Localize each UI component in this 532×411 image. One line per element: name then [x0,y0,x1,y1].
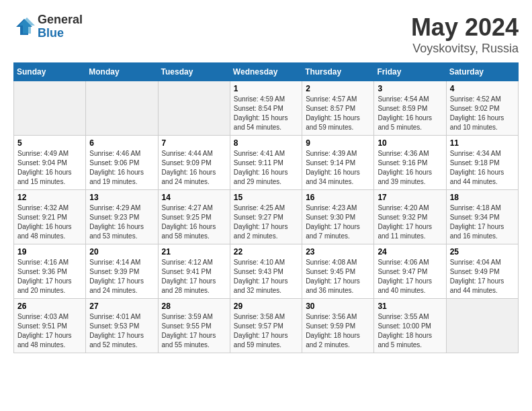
day-info: Sunrise: 4:16 AM Sunset: 9:36 PM Dayligh… [17,258,82,295]
day-number: 19 [17,247,82,257]
calendar-cell: 21Sunrise: 4:12 AM Sunset: 9:41 PM Dayli… [158,244,230,299]
day-info: Sunrise: 3:59 AM Sunset: 9:55 PM Dayligh… [162,312,226,350]
calendar-cell: 23Sunrise: 4:08 AM Sunset: 9:45 PM Dayli… [302,244,374,299]
header-day-wednesday: Wednesday [230,63,302,81]
calendar-cell: 4Sunrise: 4:52 AM Sunset: 9:02 PM Daylig… [446,81,518,136]
calendar-body: 1Sunrise: 4:59 AM Sunset: 8:54 PM Daylig… [14,81,519,353]
calendar-cell: 29Sunrise: 3:58 AM Sunset: 9:57 PM Dayli… [230,299,302,353]
logo-general: General [38,13,83,27]
day-number: 1 [234,84,298,93]
day-number: 5 [17,138,82,148]
week-row-3: 12Sunrise: 4:32 AM Sunset: 9:21 PM Dayli… [14,190,519,244]
day-info: Sunrise: 4:23 AM Sunset: 9:30 PM Dayligh… [306,203,370,241]
calendar-cell: 25Sunrise: 4:04 AM Sunset: 9:49 PM Dayli… [446,244,518,299]
calendar-cell: 22Sunrise: 4:10 AM Sunset: 9:43 PM Dayli… [230,244,302,299]
day-number: 7 [162,138,226,148]
calendar-cell: 20Sunrise: 4:14 AM Sunset: 9:39 PM Dayli… [86,244,158,299]
calendar-cell: 2Sunrise: 4:57 AM Sunset: 8:57 PM Daylig… [302,81,374,136]
day-info: Sunrise: 4:36 AM Sunset: 9:16 PM Dayligh… [378,149,442,187]
week-row-5: 26Sunrise: 4:03 AM Sunset: 9:51 PM Dayli… [14,299,519,353]
header-day-friday: Friday [374,63,446,81]
page-header: General Blue May 2024 Voyskovitsy, Russi… [13,13,519,56]
day-number: 27 [89,302,154,311]
day-number: 6 [89,138,154,148]
day-info: Sunrise: 4:01 AM Sunset: 9:53 PM Dayligh… [89,312,154,350]
day-info: Sunrise: 4:52 AM Sunset: 9:02 PM Dayligh… [450,95,515,132]
calendar-header: SundayMondayTuesdayWednesdayThursdayFrid… [14,63,519,81]
day-number: 17 [378,193,442,202]
week-row-4: 19Sunrise: 4:16 AM Sunset: 9:36 PM Dayli… [14,244,519,299]
day-info: Sunrise: 4:44 AM Sunset: 9:09 PM Dayligh… [162,149,226,187]
calendar-cell: 16Sunrise: 4:23 AM Sunset: 9:30 PM Dayli… [302,190,374,244]
day-number: 15 [234,193,298,202]
calendar-cell [446,299,518,353]
calendar-cell: 19Sunrise: 4:16 AM Sunset: 9:36 PM Dayli… [14,244,86,299]
header-day-saturday: Saturday [446,63,518,81]
day-info: Sunrise: 4:20 AM Sunset: 9:32 PM Dayligh… [378,203,442,241]
calendar-cell [86,81,158,136]
day-number: 30 [306,302,370,311]
day-info: Sunrise: 4:57 AM Sunset: 8:57 PM Dayligh… [306,95,370,132]
day-info: Sunrise: 4:54 AM Sunset: 8:59 PM Dayligh… [378,95,442,132]
title-block: May 2024 Voyskovitsy, Russia [411,13,519,56]
calendar-cell [158,81,230,136]
calendar-cell: 15Sunrise: 4:25 AM Sunset: 9:27 PM Dayli… [230,190,302,244]
day-number: 20 [89,247,154,257]
day-info: Sunrise: 4:08 AM Sunset: 9:45 PM Dayligh… [306,258,370,295]
day-number: 29 [234,302,298,311]
subtitle: Voyskovitsy, Russia [411,42,519,56]
calendar-cell: 27Sunrise: 4:01 AM Sunset: 9:53 PM Dayli… [86,299,158,353]
calendar-cell: 24Sunrise: 4:06 AM Sunset: 9:47 PM Dayli… [374,244,446,299]
day-info: Sunrise: 4:34 AM Sunset: 9:18 PM Dayligh… [450,149,515,187]
day-info: Sunrise: 4:49 AM Sunset: 9:04 PM Dayligh… [17,149,82,187]
day-number: 28 [162,302,226,311]
day-info: Sunrise: 3:55 AM Sunset: 10:00 PM Daylig… [378,312,442,350]
day-number: 8 [234,138,298,148]
calendar-cell: 1Sunrise: 4:59 AM Sunset: 8:54 PM Daylig… [230,81,302,136]
calendar-cell: 3Sunrise: 4:54 AM Sunset: 8:59 PM Daylig… [374,81,446,136]
day-info: Sunrise: 3:56 AM Sunset: 9:59 PM Dayligh… [306,312,370,350]
header-day-tuesday: Tuesday [158,63,230,81]
day-number: 16 [306,193,370,202]
day-number: 4 [450,84,515,93]
day-info: Sunrise: 4:18 AM Sunset: 9:34 PM Dayligh… [450,203,515,241]
day-number: 31 [378,302,442,311]
day-number: 9 [306,138,370,148]
calendar-cell: 11Sunrise: 4:34 AM Sunset: 9:18 PM Dayli… [446,136,518,190]
day-number: 24 [378,247,442,257]
week-row-2: 5Sunrise: 4:49 AM Sunset: 9:04 PM Daylig… [14,136,519,190]
day-number: 10 [378,138,442,148]
calendar-cell: 5Sunrise: 4:49 AM Sunset: 9:04 PM Daylig… [14,136,86,190]
calendar-cell: 26Sunrise: 4:03 AM Sunset: 9:51 PM Dayli… [14,299,86,353]
header-day-sunday: Sunday [14,63,86,81]
day-number: 25 [450,247,515,257]
calendar-cell: 18Sunrise: 4:18 AM Sunset: 9:34 PM Dayli… [446,190,518,244]
day-info: Sunrise: 4:59 AM Sunset: 8:54 PM Dayligh… [234,95,298,132]
day-info: Sunrise: 4:14 AM Sunset: 9:39 PM Dayligh… [89,258,154,295]
calendar-cell: 9Sunrise: 4:39 AM Sunset: 9:14 PM Daylig… [302,136,374,190]
logo-icon [13,16,35,38]
calendar-cell: 28Sunrise: 3:59 AM Sunset: 9:55 PM Dayli… [158,299,230,353]
header-row: SundayMondayTuesdayWednesdayThursdayFrid… [14,63,519,81]
day-info: Sunrise: 3:58 AM Sunset: 9:57 PM Dayligh… [234,312,298,350]
calendar-cell: 30Sunrise: 3:56 AM Sunset: 9:59 PM Dayli… [302,299,374,353]
day-info: Sunrise: 4:12 AM Sunset: 9:41 PM Dayligh… [162,258,226,295]
week-row-1: 1Sunrise: 4:59 AM Sunset: 8:54 PM Daylig… [14,81,519,136]
day-info: Sunrise: 4:10 AM Sunset: 9:43 PM Dayligh… [234,258,298,295]
calendar-cell: 13Sunrise: 4:29 AM Sunset: 9:23 PM Dayli… [86,190,158,244]
header-day-monday: Monday [86,63,158,81]
day-info: Sunrise: 4:32 AM Sunset: 9:21 PM Dayligh… [17,203,82,241]
logo-blue: Blue [38,27,83,40]
day-info: Sunrise: 4:06 AM Sunset: 9:47 PM Dayligh… [378,258,442,295]
day-number: 11 [450,138,515,148]
calendar-cell [14,81,86,136]
day-info: Sunrise: 4:03 AM Sunset: 9:51 PM Dayligh… [17,312,82,350]
day-number: 18 [450,193,515,202]
logo: General Blue [13,13,83,40]
day-number: 21 [162,247,226,257]
day-number: 13 [89,193,154,202]
calendar-cell: 31Sunrise: 3:55 AM Sunset: 10:00 PM Dayl… [374,299,446,353]
day-info: Sunrise: 4:29 AM Sunset: 9:23 PM Dayligh… [89,203,154,241]
calendar-cell: 14Sunrise: 4:27 AM Sunset: 9:25 PM Dayli… [158,190,230,244]
header-day-thursday: Thursday [302,63,374,81]
